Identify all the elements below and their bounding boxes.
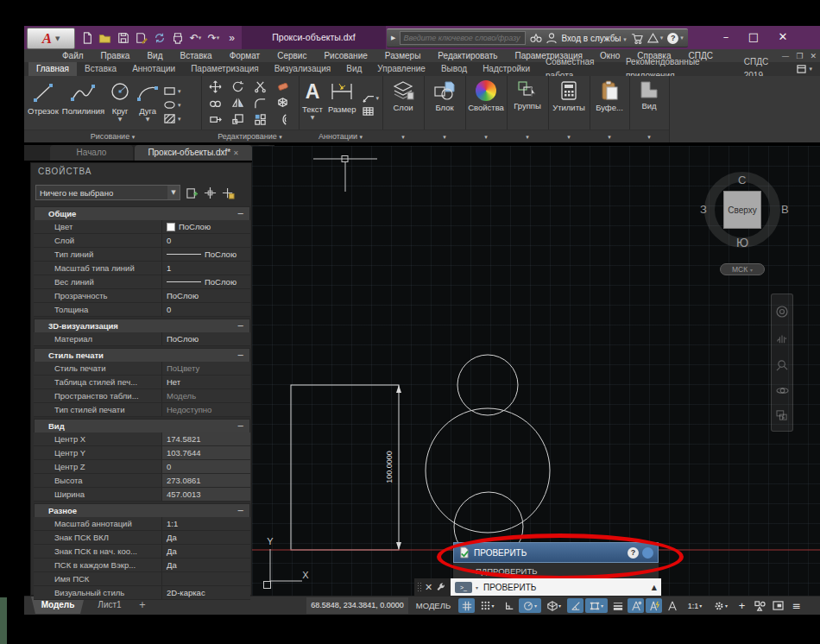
move-icon[interactable]: [209, 80, 222, 93]
array-icon[interactable]: [254, 113, 267, 126]
menu-edit[interactable]: Правка: [92, 49, 139, 62]
viewcube-face-top[interactable]: Сверху: [723, 191, 761, 229]
block-button[interactable]: Блок: [424, 76, 465, 129]
pan-hand-icon[interactable]: [776, 332, 788, 344]
menu-file[interactable]: Файл: [54, 49, 92, 62]
doc-restore-button[interactable]: ❐: [792, 52, 806, 60]
table-tool-button[interactable]: [362, 106, 380, 117]
fillet-icon[interactable]: [254, 97, 267, 110]
ribbon-tab-insert[interactable]: Вставка: [77, 62, 124, 76]
user-icon[interactable]: [546, 33, 557, 44]
doc-close-button[interactable]: ✕: [806, 52, 820, 60]
signin-button[interactable]: Вход в службы ▾: [561, 34, 626, 43]
line-button[interactable]: Отрезок: [28, 76, 59, 129]
toggle-pickadd-icon[interactable]: [222, 186, 235, 199]
save-as-button[interactable]: [134, 30, 148, 45]
circle-object-small-top[interactable]: [457, 355, 518, 415]
ortho-toggle[interactable]: [501, 598, 517, 613]
exchange-apps-button[interactable]: ▾: [647, 33, 664, 43]
drawing-viewport[interactable]: 100.0000 Y X С З В Ю Сверху МСК▾: [252, 146, 820, 596]
clipboard-button[interactable]: Буфе...: [590, 76, 629, 129]
utilities-button[interactable]: Утилиты: [548, 76, 590, 129]
viewcube-south[interactable]: Ю: [736, 236, 748, 249]
trim-icon[interactable]: [254, 80, 267, 93]
panel-title-view[interactable]: ▾: [629, 129, 669, 142]
circle-object-large[interactable]: [426, 408, 550, 533]
showmotion-icon[interactable]: [776, 410, 788, 420]
offset-icon[interactable]: [276, 113, 289, 126]
properties-button[interactable]: Свойства: [465, 76, 507, 129]
isodraft-toggle[interactable]: ▾: [543, 598, 565, 613]
minimize-button[interactable]: –: [715, 26, 737, 48]
drag-handle-icon[interactable]: [417, 582, 421, 593]
groups-button[interactable]: Группы: [507, 76, 548, 129]
polar-tracking-toggle[interactable]: ▾: [519, 598, 541, 613]
grid-toggle[interactable]: [458, 598, 475, 613]
file-tab-active[interactable]: Прокси-объекты.dxf* ✕: [135, 145, 252, 161]
leader-tool-button[interactable]: ▾: [362, 93, 380, 104]
rectangle-object[interactable]: [291, 385, 399, 550]
annotation-autoscale-toggle[interactable]: [646, 598, 662, 613]
select-objects-icon[interactable]: [204, 186, 217, 199]
command-line-grip[interactable]: ✕: [414, 578, 451, 596]
customization-gear-button[interactable]: ▾: [710, 598, 732, 613]
panel-title-draw[interactable]: Рисование ▾: [24, 129, 201, 142]
menu-draw[interactable]: Рисование: [315, 49, 375, 62]
menu-modify[interactable]: Редактировать: [429, 49, 506, 62]
ribbon-tab-view[interactable]: Вид: [338, 62, 369, 76]
command-prompt-icon[interactable]: >_: [455, 582, 472, 593]
ribbon-display-toggle[interactable]: ▾: [789, 62, 820, 76]
rotate-icon[interactable]: [231, 80, 244, 93]
arc-button[interactable]: Дуга ▼: [136, 76, 160, 129]
search-binoculars-icon[interactable]: [530, 33, 542, 43]
viewcube-north[interactable]: С: [738, 174, 746, 186]
open-button[interactable]: [98, 30, 112, 45]
section-general[interactable]: Общие−: [34, 206, 250, 220]
close-tab-icon[interactable]: ✕: [233, 149, 239, 157]
new-file-button[interactable]: [79, 30, 94, 45]
ellipse-tool-button[interactable]: ▾: [163, 99, 181, 110]
section-3d[interactable]: 3D-визуализация−: [34, 319, 250, 332]
command-input[interactable]: [482, 582, 648, 593]
app-store-cart-icon[interactable]: [631, 33, 643, 44]
viewcube-east[interactable]: В: [781, 203, 789, 216]
ribbon-tab-addins[interactable]: Надстройки: [475, 62, 538, 76]
mirror-icon[interactable]: [231, 97, 244, 110]
redo-button[interactable]: ↷▾: [206, 30, 221, 45]
circle-button[interactable]: Круг ▼: [108, 76, 132, 129]
ucs-dropdown-button[interactable]: МСК▾: [720, 263, 765, 275]
expand-history-icon[interactable]: ▲: [652, 584, 657, 591]
help-button[interactable]: ?▾: [667, 33, 684, 44]
plot-button[interactable]: [152, 30, 167, 45]
panel-title-block[interactable]: ▾: [424, 129, 465, 142]
orbit-icon[interactable]: [776, 385, 789, 396]
undo-button[interactable]: ↶▾: [188, 30, 203, 45]
save-button[interactable]: [116, 30, 130, 45]
panel-title-utilities[interactable]: ▾: [548, 129, 590, 142]
dimension-button[interactable]: Размер: [328, 76, 356, 129]
menu-view[interactable]: Вид: [138, 49, 171, 62]
layers-button[interactable]: Слои: [382, 76, 424, 129]
ribbon-tab-parametric[interactable]: Параметризация: [183, 62, 267, 76]
section-misc[interactable]: Разное−: [34, 503, 250, 517]
panel-title-groups[interactable]: ▾: [507, 129, 548, 142]
panel-title-properties[interactable]: ▾: [465, 129, 507, 142]
lineweight-toggle[interactable]: [609, 598, 626, 613]
panel-title-modify[interactable]: Редактирование ▾: [201, 129, 299, 142]
osnap-tracking-toggle[interactable]: [567, 598, 583, 613]
wrench-icon[interactable]: [436, 583, 446, 593]
ribbon-tab-annotate[interactable]: Аннотации: [124, 62, 183, 76]
crosshair-button[interactable]: +: [734, 598, 750, 613]
hatch-tool-button[interactable]: ▾: [163, 113, 181, 124]
panel-title-annotation[interactable]: Аннотации ▾: [299, 129, 382, 142]
viewcube-west[interactable]: З: [700, 203, 707, 216]
selection-dropdown[interactable]: Ничего не выбрано▼: [35, 185, 180, 200]
text-button[interactable]: A Текст ▼: [302, 76, 323, 129]
copy-icon[interactable]: [209, 97, 222, 110]
quick-select-icon[interactable]: [186, 186, 199, 199]
app-menu-button[interactable]: A ▼: [27, 28, 75, 49]
panel-title-clipboard[interactable]: ▾: [590, 129, 629, 142]
qat-more-button[interactable]: »: [224, 30, 239, 45]
section-view[interactable]: Вид−: [34, 419, 250, 432]
ribbon-tab-visualize[interactable]: Визуализация: [267, 62, 338, 76]
